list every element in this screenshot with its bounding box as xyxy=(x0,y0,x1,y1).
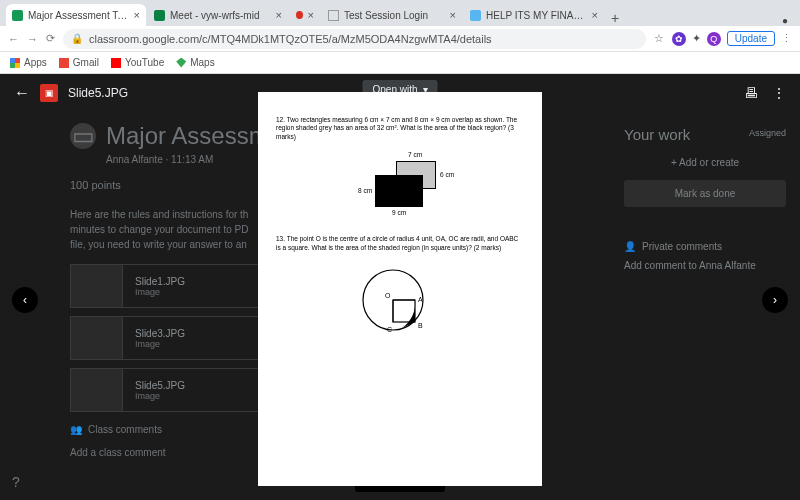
help-icon[interactable]: ? xyxy=(12,474,20,490)
thumbnail xyxy=(71,265,123,307)
bookmark-youtube[interactable]: YouTube xyxy=(111,57,164,68)
bookmarks-bar: Apps Gmail YouTube Maps xyxy=(0,52,800,74)
thumbnail xyxy=(71,317,123,359)
profile-avatar[interactable]: Q xyxy=(707,32,721,46)
meet-icon xyxy=(154,10,165,21)
drive-preview-app: ← ▣ Slide5.JPG 🖶 ⋮ Open with ▾ ▭ Major A… xyxy=(0,74,800,500)
apps-button[interactable]: Apps xyxy=(10,57,47,68)
close-icon[interactable]: × xyxy=(134,9,140,21)
mark-as-done-button[interactable]: Mark as done xyxy=(624,180,786,207)
tab-title: Test Session Login xyxy=(344,10,445,21)
tab-title: Meet - vyw-wrfs-mid xyxy=(170,10,271,21)
tab-title: Major Assessment Test xyxy=(28,10,129,21)
chrome-menu-icon[interactable]: ⋮ xyxy=(781,32,792,45)
figure-12: 7 cm 6 cm 8 cm 9 cm xyxy=(340,151,460,221)
close-icon[interactable]: × xyxy=(308,9,314,21)
question-12: 12. Two rectangles measuring 6 cm × 7 cm… xyxy=(276,116,524,141)
window-minimize-icon[interactable]: ● xyxy=(776,15,794,26)
person-icon: 👤 xyxy=(624,241,636,252)
update-button[interactable]: Update xyxy=(727,31,775,46)
new-tab-button[interactable]: + xyxy=(606,10,624,26)
record-icon xyxy=(296,11,303,19)
tab-title: HELP ITS MY FINAL!!! FOR AL xyxy=(486,10,587,21)
browser-toolbar: ← → ⟳ 🔒 classroom.google.com/c/MTQ4MDk1M… xyxy=(0,26,800,52)
prev-image-button[interactable]: ‹ xyxy=(12,287,38,313)
page-icon xyxy=(328,10,339,21)
reload-button[interactable]: ⟳ xyxy=(46,32,55,45)
bookmark-star-icon[interactable]: ☆ xyxy=(654,32,664,45)
thumbnail xyxy=(71,369,123,411)
svg-text:O: O xyxy=(385,292,391,299)
browser-tab-strip: Major Assessment Test × Meet - vyw-wrfs-… xyxy=(0,0,800,26)
back-icon[interactable]: ← xyxy=(14,84,30,102)
classroom-icon xyxy=(12,10,23,21)
private-comments-header: 👤Private comments xyxy=(624,241,786,252)
url-text: classroom.google.com/c/MTQ4MDk1MTQzOTE5/… xyxy=(89,33,492,45)
add-private-comment[interactable]: Add comment to Anna Alfante xyxy=(624,260,786,271)
preview-filename: Slide5.JPG xyxy=(68,86,128,100)
extension-icon[interactable]: ✿ xyxy=(672,32,686,46)
people-icon: 👥 xyxy=(70,424,82,435)
tab-active[interactable]: Major Assessment Test × xyxy=(6,4,146,26)
assignment-icon: ▭ xyxy=(70,123,96,149)
print-icon[interactable]: 🖶 xyxy=(744,85,758,101)
close-icon[interactable]: × xyxy=(592,9,598,21)
back-button[interactable]: ← xyxy=(8,33,19,45)
black-rectangle xyxy=(375,175,423,207)
tab[interactable]: Meet - vyw-wrfs-mid × xyxy=(148,4,288,26)
svg-text:C: C xyxy=(387,326,392,333)
more-icon[interactable]: ⋮ xyxy=(772,85,786,101)
svg-text:B: B xyxy=(418,322,423,329)
lock-icon: 🔒 xyxy=(71,33,83,44)
question-13: 13. The point O is the centre of a circl… xyxy=(276,235,524,252)
image-file-icon: ▣ xyxy=(40,84,58,102)
address-bar[interactable]: 🔒 classroom.google.com/c/MTQ4MDk1MTQzOTE… xyxy=(63,29,646,49)
bookmark-gmail[interactable]: Gmail xyxy=(59,57,99,68)
figure-13: O A B C xyxy=(355,262,445,342)
document-page: 12. Two rectangles measuring 6 cm × 7 cm… xyxy=(258,92,542,486)
add-or-create-button[interactable]: + Add or create xyxy=(624,157,786,168)
forward-button[interactable]: → xyxy=(27,33,38,45)
tab[interactable]: × xyxy=(290,4,320,26)
svg-text:A: A xyxy=(418,296,423,303)
tab[interactable]: Test Session Login × xyxy=(322,4,462,26)
close-icon[interactable]: × xyxy=(276,9,282,21)
brainly-icon xyxy=(470,10,481,21)
status-badge: Assigned xyxy=(749,128,786,138)
bookmark-maps[interactable]: Maps xyxy=(176,57,214,68)
extensions-area: ✿ ✦ Q Update ⋮ xyxy=(672,31,792,46)
close-icon[interactable]: × xyxy=(450,9,456,21)
your-work-panel: Your work Assigned + Add or create Mark … xyxy=(610,112,800,285)
extensions-icon[interactable]: ✦ xyxy=(692,32,701,45)
tab[interactable]: HELP ITS MY FINAL!!! FOR AL × xyxy=(464,4,604,26)
next-image-button[interactable]: › xyxy=(762,287,788,313)
